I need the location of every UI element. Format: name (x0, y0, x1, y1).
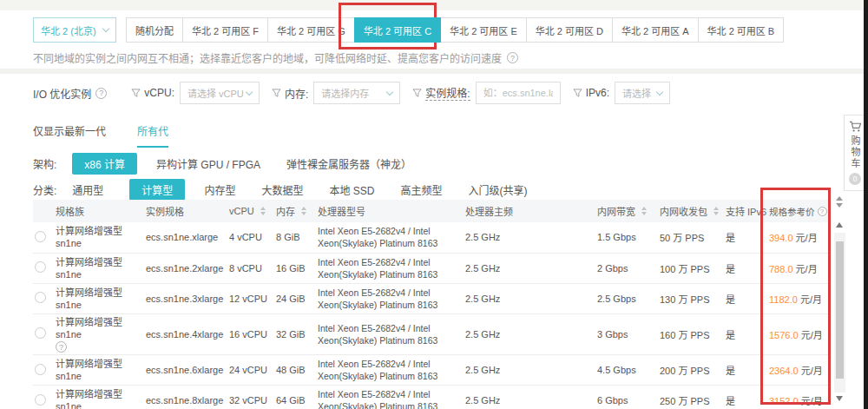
cell-cpu-model: Intel Xeon E5-2682v4 / Intel Xeon(Skylak… (316, 283, 464, 313)
chevron-down-icon (386, 88, 393, 95)
cell-memory: 24 GiB (274, 283, 316, 313)
scroll-up-arrow-icon[interactable] (836, 222, 843, 228)
cat-option-memory[interactable]: 内存型 (204, 182, 235, 197)
zone-tab-f[interactable]: 华北 2 可用区 F (182, 17, 268, 43)
cat-option-compute[interactable]: 计算型 (129, 179, 185, 201)
region-select[interactable]: 华北 2 (北京) (33, 17, 116, 43)
question-circle-icon[interactable]: ? (56, 341, 67, 353)
scrollbar-thumb[interactable] (836, 241, 844, 379)
funnel-icon (131, 89, 141, 98)
cat-option-localssd[interactable]: 本地 SSD (329, 182, 374, 197)
zone-tab-d[interactable]: 华北 2 可用区 D (526, 17, 613, 43)
tab-all-generations[interactable]: 所有代 (137, 123, 168, 148)
sort-arrows-icon[interactable] (260, 207, 266, 215)
instance-table: 规格族 实例规格 vCPU 内存 处理器型号 处理器主频 内网带宽 内网收发包 … (33, 200, 829, 409)
vcpu-select[interactable]: 请选择 vCPU (180, 82, 260, 104)
cat-option-general[interactable]: 通用型 (72, 182, 103, 197)
zone-tab-random[interactable]: 随机分配 (126, 17, 183, 43)
chevron-down-icon (102, 25, 109, 32)
cell-cpu-freq: 2.5 GHz (464, 386, 595, 409)
memory-filter: 内存: 请选择内存 (272, 82, 400, 104)
funnel-icon (412, 89, 422, 98)
sort-arrows-icon[interactable] (836, 196, 843, 208)
cell-spec: ecs.sn1ne.8xlarge (144, 386, 227, 409)
cell-ipv6: 是 (724, 355, 767, 386)
cell-memory: 8 GiB (274, 222, 316, 253)
zone-tab-c-selected[interactable]: 华北 2 可用区 C (354, 17, 441, 43)
cell-pps: 50 万 PPS (658, 222, 724, 253)
row-radio[interactable] (35, 292, 46, 303)
tab-latest-generation[interactable]: 仅显示最新一代 (33, 123, 106, 148)
zone-tab-e[interactable]: 华北 2 可用区 E (440, 17, 527, 43)
cat-option-bigdata[interactable]: 大数据型 (261, 182, 303, 197)
zone-tab-g[interactable]: 华北 2 可用区 G (267, 17, 355, 43)
row-radio[interactable] (35, 231, 46, 242)
table-row: 计算网络增强型 sn1ne ecs.sn1ne.6xlarge 24 vCPU … (33, 355, 829, 386)
cell-family: 计算网络增强型 sn1ne (54, 386, 144, 409)
zone-tab-b[interactable]: 华北 2 可用区 B (698, 17, 785, 43)
question-circle-icon[interactable]: ? (507, 52, 518, 63)
header-cpu-freq: 处理器主频 (464, 200, 595, 222)
category-label: 分类: (33, 182, 56, 197)
cell-cpu-model: Intel Xeon E5-2682v4 / Intel Xeon(Skylak… (316, 253, 464, 283)
ipv6-filter-label: IPv6: (586, 87, 609, 99)
cell-cpu-model: Intel Xeon E5-2682v4 / Intel Xeon(Skylak… (316, 386, 464, 409)
sort-arrows-icon[interactable] (641, 207, 647, 215)
header-bandwidth: 内网带宽 (595, 200, 658, 222)
cell-spec: ecs.sn1ne.xlarge (144, 222, 227, 253)
header-vcpu: vCPU (227, 200, 274, 222)
table-row: 计算网络增强型 sn1ne ? ecs.sn1ne.4xlarge 16 vCP… (33, 313, 829, 355)
funnel-icon (272, 89, 281, 98)
scroll-down-arrow-icon[interactable] (836, 396, 843, 401)
arch-option-x86[interactable]: x86 计算 (72, 153, 137, 175)
cell-pps: 130 万 PPS (658, 283, 724, 313)
cell-cpu-freq: 2.5 GHz (464, 283, 595, 313)
sort-arrows-icon[interactable] (713, 207, 719, 215)
cell-bandwidth: 4.5 Gbps (595, 355, 658, 386)
header-pps: 内网收发包 (658, 200, 724, 222)
cell-ipv6: 是 (724, 222, 767, 253)
row-radio[interactable] (35, 394, 46, 406)
cell-cpu-freq: 2.5 GHz (464, 253, 595, 283)
cell-vcpu: 16 vCPU (227, 313, 274, 355)
arch-option-baremetal[interactable]: 弹性裸金属服务器（神龙） (286, 156, 411, 171)
cell-price: 1576.0 元/月 (767, 313, 829, 355)
architecture-row: 架构: x86 计算 异构计算 GPU / FPGA 弹性裸金属服务器（神龙） (33, 153, 437, 175)
ipv6-filter: IPv6: 请选择 (573, 82, 670, 104)
cell-cpu-model: Intel Xeon E5-2682v4 / Intel Xeon(Skylak… (316, 313, 464, 355)
cell-family: 计算网络增强型 sn1ne (54, 222, 144, 253)
cat-option-highfreq[interactable]: 高主频型 (400, 182, 442, 197)
cell-pps: 250 万 PPS (658, 386, 724, 409)
header-ipv6: 支持 IPv6 (724, 200, 767, 222)
zone-tab-a[interactable]: 华北 2 可用区 A (612, 17, 699, 43)
region-note-text: 不同地域的实例之间内网互不相通；选择靠近您客户的地域，可降低网络时延、提高您客户… (33, 50, 502, 65)
cell-cpu-freq: 2.5 GHz (464, 222, 595, 253)
cell-bandwidth: 1.5 Gbps (595, 222, 658, 253)
section-divider (0, 69, 868, 74)
memory-select[interactable]: 请选择内存 (313, 82, 400, 104)
row-radio[interactable] (35, 261, 46, 273)
ipv6-select[interactable]: 请选择 (615, 82, 670, 104)
cart-badge: 0 (849, 173, 861, 185)
cell-family: 计算网络增强型 sn1ne (54, 253, 144, 283)
arch-option-gpu-fpga[interactable]: 异构计算 GPU / FPGA (156, 156, 260, 171)
question-circle-icon[interactable]: ? (818, 207, 827, 216)
spec-input[interactable] (476, 82, 561, 104)
filter-row: I/O 优化实例 ? vCPU: 请选择 vCPU 内存: 请选择内存 实例规格… (33, 81, 682, 105)
funnel-icon (573, 89, 582, 98)
cell-vcpu: 32 vCPU (227, 386, 274, 409)
cell-spec: ecs.sn1ne.4xlarge (144, 313, 227, 355)
header-price: 规格参考价? (767, 200, 829, 222)
cell-ipv6: 是 (724, 386, 767, 409)
category-row: 分类: 通用型 计算型 内存型 大数据型 本地 SSD 高主频型 入门级(共享) (33, 179, 553, 201)
cell-spec: ecs.sn1ne.2xlarge (144, 253, 227, 283)
sort-arrows-icon[interactable] (301, 207, 306, 215)
shopping-cart-icon (849, 121, 862, 133)
cat-option-entry[interactable]: 入门级(共享) (468, 182, 527, 197)
row-radio[interactable] (35, 364, 46, 375)
vertical-scrollbar (832, 195, 847, 409)
ecs-instance-picker: 华北 2 (北京) 随机分配 华北 2 可用区 F 华北 2 可用区 G 华北 … (0, 0, 868, 409)
question-circle-icon[interactable]: ? (95, 88, 107, 99)
cell-bandwidth: 2 Gbps (595, 253, 658, 283)
row-radio[interactable] (35, 327, 46, 339)
